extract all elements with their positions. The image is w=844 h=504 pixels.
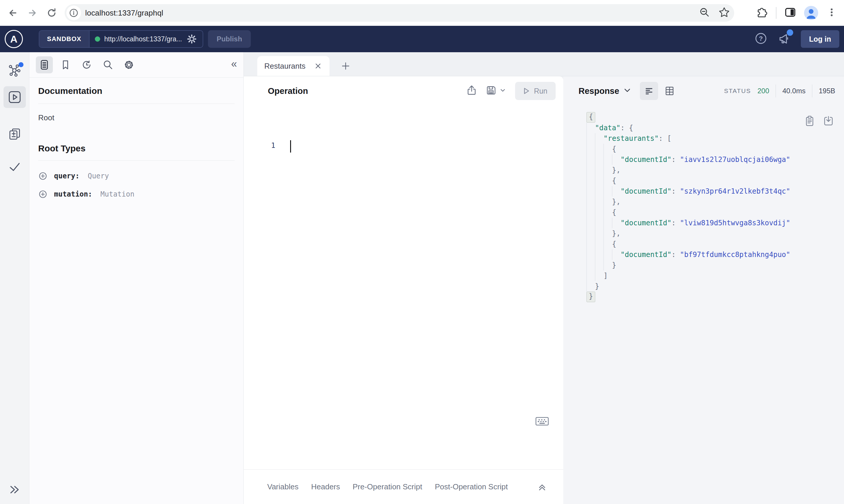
bookmark-star-icon[interactable] — [718, 6, 730, 19]
json-line: { — [563, 144, 844, 154]
root-type-query[interactable]: query:Query — [38, 171, 235, 181]
history-icon[interactable] — [78, 56, 95, 73]
left-rail — [0, 52, 29, 504]
run-label: Run — [534, 87, 547, 95]
connection-status-dot — [95, 36, 100, 42]
json-line: }, — [563, 228, 844, 239]
root-types-list: query:Querymutation:Mutation — [38, 171, 235, 199]
rail-schema-item[interactable] — [3, 60, 26, 82]
search-icon[interactable] — [99, 56, 116, 73]
field-type[interactable]: Mutation — [100, 190, 135, 198]
site-info-icon[interactable] — [66, 5, 81, 20]
root-type-mutation[interactable]: mutation:Mutation — [38, 190, 235, 199]
json-line: }, — [563, 197, 844, 207]
operation-tabbar: Restaurants — [244, 52, 844, 76]
tab-label: Restaurants — [264, 61, 306, 71]
rail-changelog-item[interactable] — [3, 123, 26, 145]
new-tab-icon[interactable] — [341, 56, 351, 76]
extensions-icon[interactable] — [756, 6, 768, 20]
zoom-icon[interactable] — [699, 7, 710, 19]
download-response-icon[interactable] — [823, 115, 834, 128]
subpanel-tab-variables[interactable]: Variables — [267, 482, 298, 491]
json-line: { — [563, 207, 844, 218]
address-bar[interactable]: localhost:1337/graphql — [65, 4, 734, 22]
help-icon[interactable]: ? — [754, 32, 768, 46]
rail-checks-item[interactable] — [3, 156, 26, 178]
expand-plus-icon[interactable] — [38, 171, 48, 181]
copy-response-icon[interactable] — [804, 115, 815, 128]
json-line: } — [563, 260, 844, 270]
json-line: } — [563, 292, 844, 302]
subpanel-tab-post-operation-script[interactable]: Post-Operation Script — [435, 482, 508, 491]
endpoint-input[interactable]: http://localhost:1337/gra... — [90, 31, 203, 47]
profile-avatar[interactable] — [804, 6, 818, 20]
json-line: "documentId": "bf97tfdumkcc8ptahkng4puo" — [563, 249, 844, 260]
field-type[interactable]: Query — [88, 172, 109, 180]
operation-subpanels: VariablesHeadersPre-Operation ScriptPost… — [244, 469, 563, 504]
share-icon[interactable] — [466, 85, 478, 97]
documentation-panel: « Documentation Root Root Types query:Qu… — [29, 52, 244, 504]
divider — [812, 85, 812, 97]
tab-restaurants[interactable]: Restaurants — [257, 56, 329, 76]
endpoint-settings-icon[interactable] — [186, 33, 197, 44]
browser-toolbar: localhost:1337/graphql — [0, 0, 844, 26]
announcements-icon[interactable] — [777, 32, 791, 46]
line-number: 1 — [271, 141, 275, 150]
documentation-toolbar: « — [29, 52, 243, 78]
operation-panel: Operation — [244, 76, 563, 504]
back-icon[interactable] — [6, 6, 19, 19]
bookmarks-icon[interactable] — [57, 56, 74, 73]
field-name: query: — [54, 172, 80, 180]
sandbox-header: A SANDBOX http://localhost:1337/gra... P… — [0, 26, 844, 52]
response-title: Response — [579, 86, 619, 96]
save-dropdown-icon[interactable] — [500, 88, 506, 94]
response-json[interactable]: {"data": {"restaurants": [{"documentId":… — [563, 112, 844, 302]
sandbox-badge: SANDBOX — [39, 31, 90, 47]
response-time: 40.0ms — [782, 87, 806, 95]
text-caret — [290, 140, 291, 152]
expand-rail-icon[interactable] — [0, 484, 29, 496]
toolbar-divider — [776, 7, 776, 19]
response-dropdown-icon[interactable] — [623, 87, 631, 94]
collapse-subpanel-icon[interactable] — [537, 482, 547, 492]
run-button[interactable]: Run — [515, 82, 556, 100]
divider — [776, 85, 776, 97]
workspace: Restaurants Operation — [244, 52, 844, 504]
json-line: { — [563, 176, 844, 186]
forward-icon[interactable] — [26, 6, 39, 19]
rail-explorer-item[interactable] — [3, 86, 26, 108]
collapse-panel-icon[interactable]: « — [231, 59, 237, 71]
side-panel-icon[interactable] — [784, 6, 796, 20]
reload-icon[interactable] — [45, 6, 58, 19]
login-button[interactable]: Log in — [801, 30, 839, 48]
json-line: "data": { — [563, 123, 844, 133]
settings-gear-icon[interactable] — [120, 56, 137, 73]
apollo-logo[interactable]: A — [5, 30, 23, 48]
endpoint-url[interactable]: http://localhost:1337/gra... — [104, 35, 182, 43]
root-types-title: Root Types — [38, 143, 235, 154]
endpoint-group: SANDBOX http://localhost:1337/gra... — [39, 30, 203, 48]
save-icon[interactable] — [485, 85, 497, 97]
json-line: "documentId": "szkyn3pr64r1v2lkebf3t4qc" — [563, 186, 844, 197]
response-size: 195B — [819, 87, 835, 95]
json-line: "documentId": "iavv1s2l27uoblqcjai06wga" — [563, 154, 844, 165]
expand-plus-icon[interactable] — [38, 190, 48, 199]
subpanel-tab-headers[interactable]: Headers — [311, 482, 340, 491]
operation-editor[interactable]: 1 — [244, 106, 563, 469]
json-view-icon[interactable] — [640, 82, 658, 100]
json-line: "restaurants": [ — [563, 133, 844, 144]
root-breadcrumb[interactable]: Root — [38, 113, 235, 122]
page: localhost:1337/graphql — [0, 0, 844, 504]
url-text[interactable]: localhost:1337/graphql — [85, 8, 163, 18]
json-line: }, — [563, 165, 844, 176]
json-line: { — [563, 239, 844, 249]
publish-button[interactable]: Publish — [208, 30, 251, 48]
field-name: mutation: — [54, 190, 92, 198]
menu-kebab-icon[interactable] — [826, 6, 838, 19]
tab-close-icon[interactable] — [314, 61, 323, 70]
documentation-tab-icon[interactable] — [36, 56, 53, 73]
keyboard-shortcuts-icon[interactable] — [535, 415, 549, 428]
subpanel-tab-pre-operation-script[interactable]: Pre-Operation Script — [353, 482, 422, 491]
table-view-icon[interactable] — [660, 82, 679, 100]
status-code: 200 — [757, 87, 769, 95]
